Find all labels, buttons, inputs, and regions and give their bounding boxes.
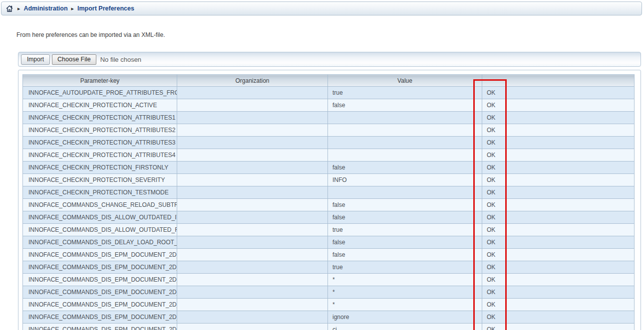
cell-key: INNOFACE_CHECKIN_PROTECTION_ATTRIBUTES1 <box>23 112 177 124</box>
cell-org <box>177 299 328 311</box>
cell-org <box>177 286 328 299</box>
cell-status: OK <box>482 249 635 261</box>
table-row[interactable]: INNOFACE_CHECKIN_PROTECTION_ACTIVEfalseO… <box>23 99 635 112</box>
cell-key: INNOFACE_AUTOUPDATE_PROE_ATTRIBUTES_FROM… <box>23 87 177 99</box>
table-row[interactable]: INNOFACE_CHECKIN_PROTECTION_FIRSTONLYfal… <box>23 162 635 174</box>
cell-org <box>177 112 328 124</box>
cell-value <box>328 149 482 162</box>
cell-org <box>177 137 328 149</box>
cell-status: OK <box>482 99 635 112</box>
table-row[interactable]: INNOFACE_COMMANDS_DIS_EPM_DOCUMENT_2D_C0… <box>23 249 635 261</box>
cell-org <box>177 261 328 274</box>
table-row[interactable]: INNOFACE_CHECKIN_PROTECTION_ATTRIBUTES2O… <box>23 124 635 137</box>
cell-org <box>177 236 328 249</box>
column-header: Organization <box>177 75 328 87</box>
choose-file-button[interactable]: Choose File <box>52 54 96 65</box>
cell-org <box>177 99 328 112</box>
cell-value: true <box>328 87 482 99</box>
cell-key: INNOFACE_COMMANDS_DIS_EPM_DOCUMENT_2D_C1 <box>23 261 177 274</box>
table-row[interactable]: INNOFACE_AUTOUPDATE_PROE_ATTRIBUTES_FROM… <box>23 87 635 99</box>
cell-value <box>328 137 482 149</box>
cell-org <box>177 149 328 162</box>
cell-org <box>177 199 328 211</box>
preferences-table-panel: Parameter-keyOrganizationValue INNOFACE_… <box>18 70 641 330</box>
cell-value: false <box>328 99 482 112</box>
table-row[interactable]: INNOFACE_CHECKIN_PROTECTION_ATTRIBUTES4O… <box>23 149 635 162</box>
home-icon[interactable] <box>6 5 14 12</box>
table-row[interactable]: INNOFACE_COMMANDS_DIS_ALLOW_OUTDATED_ITE… <box>23 211 635 224</box>
column-header: Parameter-key <box>23 75 177 87</box>
import-button[interactable]: Import <box>21 54 50 65</box>
import-toolbar: Import Choose File No file chosen <box>18 52 641 67</box>
table-body: INNOFACE_AUTOUPDATE_PROE_ATTRIBUTES_FROM… <box>23 87 635 330</box>
table-row[interactable]: INNOFACE_COMMANDS_DIS_EPM_DOCUMENT_2D_C1… <box>23 311 635 324</box>
table-header-row: Parameter-keyOrganizationValue <box>23 75 635 87</box>
cell-key: INNOFACE_CHECKIN_PROTECTION_TESTMODE <box>23 186 177 199</box>
cell-key: INNOFACE_CHECKIN_PROTECTION_ACTIVE <box>23 99 177 112</box>
cell-value: false <box>328 236 482 249</box>
cell-org <box>177 124 328 137</box>
cell-value: * <box>328 299 482 311</box>
cell-org <box>177 174 328 186</box>
cell-key: INNOFACE_COMMANDS_DIS_DELAY_LOAD_ROOT_RE… <box>23 236 177 249</box>
table-row[interactable]: INNOFACE_COMMANDS_CHANGE_RELOAD_SUBTREEf… <box>23 199 635 211</box>
cell-org <box>177 87 328 99</box>
cell-value: true <box>328 224 482 236</box>
breadcrumb-item-import-preferences[interactable]: Import Preferences <box>77 5 134 12</box>
table-row[interactable]: INNOFACE_CHECKIN_PROTECTION_SEVERITYINFO… <box>23 174 635 186</box>
cell-status: OK <box>482 236 635 249</box>
cell-key: INNOFACE_COMMANDS_DIS_ALLOW_OUTDATED_REV… <box>23 224 177 236</box>
breadcrumb-arrow-icon: ▶ <box>71 7 74 10</box>
cell-status: OK <box>482 286 635 299</box>
table-row[interactable]: INNOFACE_CHECKIN_PROTECTION_TESTMODEOK <box>23 186 635 199</box>
cell-status: OK <box>482 199 635 211</box>
preferences-table: Parameter-keyOrganizationValue INNOFACE_… <box>22 74 635 330</box>
cell-org <box>177 162 328 174</box>
cell-value: false <box>328 199 482 211</box>
cell-value: true <box>328 261 482 274</box>
cell-org <box>177 211 328 224</box>
cell-org <box>177 186 328 199</box>
cell-key: INNOFACE_CHECKIN_PROTECTION_ATTRIBUTES2 <box>23 124 177 137</box>
cell-org <box>177 311 328 324</box>
breadcrumb-item-administration[interactable]: Administration <box>23 5 67 12</box>
cell-status: OK <box>482 299 635 311</box>
table-row[interactable]: INNOFACE_CHECKIN_PROTECTION_ATTRIBUTES3O… <box>23 137 635 149</box>
table-row[interactable]: INNOFACE_COMMANDS_DIS_ALLOW_OUTDATED_REV… <box>23 224 635 236</box>
cell-key: INNOFACE_CHECKIN_PROTECTION_SEVERITY <box>23 174 177 186</box>
intro-text: From here preferences can be imported vi… <box>16 31 165 38</box>
cell-status: OK <box>482 274 635 286</box>
table-row[interactable]: INNOFACE_COMMANDS_DIS_EPM_DOCUMENT_2D_C1… <box>23 299 635 311</box>
cell-value: INFO <box>328 174 482 186</box>
cell-status: OK <box>482 112 635 124</box>
cell-value: * <box>328 286 482 299</box>
cell-key: INNOFACE_COMMANDS_DIS_EPM_DOCUMENT_2D_C1… <box>23 286 177 299</box>
cell-org <box>177 249 328 261</box>
cell-org <box>177 324 328 330</box>
cell-status: OK <box>482 87 635 99</box>
cell-value: ignore <box>328 311 482 324</box>
cell-status: OK <box>482 211 635 224</box>
file-status-text: No file chosen <box>100 56 141 63</box>
cell-value: false <box>328 162 482 174</box>
cell-status: OK <box>482 186 635 199</box>
cell-value: false <box>328 249 482 261</box>
cell-value <box>328 124 482 137</box>
table-row[interactable]: INNOFACE_COMMANDS_DIS_EPM_DOCUMENT_2D_C1… <box>23 261 635 274</box>
breadcrumb-arrow-icon: ▶ <box>17 7 20 10</box>
table-row[interactable]: INNOFACE_COMMANDS_DIS_DELAY_LOAD_ROOT_RE… <box>23 236 635 249</box>
cell-value: ci <box>328 324 482 330</box>
cell-status: OK <box>482 137 635 149</box>
table-row[interactable]: INNOFACE_CHECKIN_PROTECTION_ATTRIBUTES1O… <box>23 112 635 124</box>
table-row[interactable]: INNOFACE_COMMANDS_DIS_EPM_DOCUMENT_2D_C1… <box>23 286 635 299</box>
cell-key: INNOFACE_CHECKIN_PROTECTION_FIRSTONLY <box>23 162 177 174</box>
table-row[interactable]: INNOFACE_COMMANDS_DIS_EPM_DOCUMENT_2D_C1… <box>23 274 635 286</box>
breadcrumb: ▶ Administration ▶ Import Preferences <box>1 1 642 15</box>
column-header: Value <box>328 75 482 87</box>
cell-key: INNOFACE_COMMANDS_CHANGE_RELOAD_SUBTREE <box>23 199 177 211</box>
cell-key: INNOFACE_COMMANDS_DIS_ALLOW_OUTDATED_ITE… <box>23 211 177 224</box>
cell-status: OK <box>482 149 635 162</box>
cell-value <box>328 186 482 199</box>
table-row[interactable]: INNOFACE_COMMANDS_DIS_EPM_DOCUMENT_2D_C2… <box>23 324 635 330</box>
cell-status: OK <box>482 324 635 330</box>
